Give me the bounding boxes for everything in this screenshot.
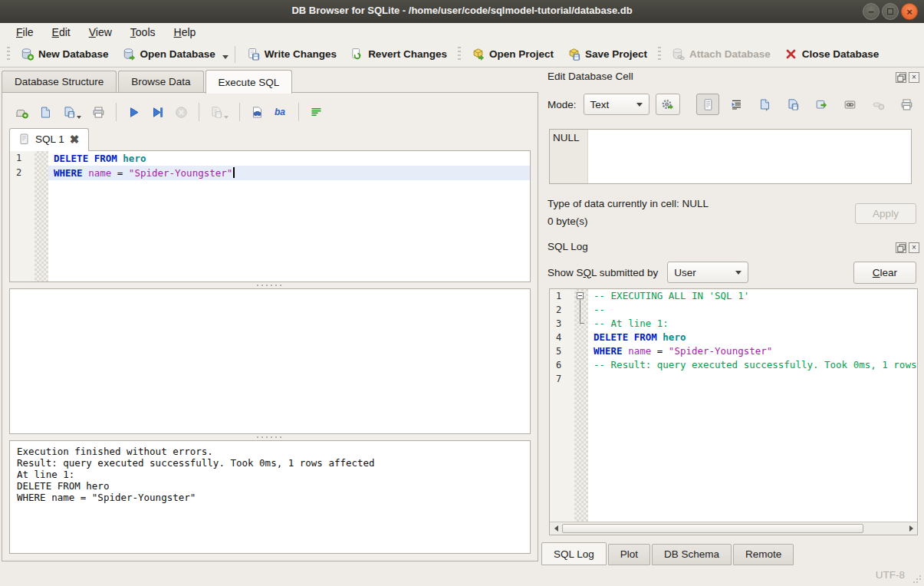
gear-icon xyxy=(661,98,674,111)
import-cell-data-button[interactable] xyxy=(753,94,776,115)
code-text: DELETE FROM hero xyxy=(588,331,917,344)
code-text: -- At line 1: xyxy=(588,317,917,331)
mode-select[interactable]: Text xyxy=(584,94,649,115)
save-file-icon xyxy=(63,106,76,119)
editor-line[interactable]: 1DELETE FROM hero xyxy=(10,151,530,166)
text-mode-button[interactable] xyxy=(696,94,719,115)
tab-db-schema[interactable]: DB Schema xyxy=(652,544,732,565)
word-wrap-button[interactable] xyxy=(310,106,323,119)
auto-format-button[interactable]: ba xyxy=(275,106,288,119)
write-changes-button[interactable]: Write Changes xyxy=(240,44,344,64)
tab-database-structure[interactable]: Database Structure xyxy=(2,71,117,93)
print-icon xyxy=(900,98,913,111)
tab-sql-log[interactable]: SQL Log xyxy=(541,542,607,565)
export-cell-data-button[interactable] xyxy=(781,94,804,115)
execution-message-pane[interactable]: Execution finished without errors. Resul… xyxy=(9,440,531,554)
close-button[interactable]: × xyxy=(901,3,918,20)
open-url-button[interactable] xyxy=(838,94,861,115)
find-replace-button[interactable] xyxy=(251,106,264,119)
save-project-icon xyxy=(567,48,580,61)
log-line[interactable]: 4DELETE FROM hero xyxy=(550,331,917,344)
tab-plot[interactable]: Plot xyxy=(608,544,650,565)
toolbar-separator xyxy=(235,46,235,63)
log-horizontal-scrollbar[interactable] xyxy=(550,522,917,535)
code-text: -- xyxy=(588,303,917,317)
set-null-button xyxy=(866,94,889,115)
mode-label: Mode: xyxy=(547,99,577,110)
open-database-dropdown-caret[interactable] xyxy=(222,55,229,59)
open-sql-file-button[interactable] xyxy=(39,106,52,119)
log-line[interactable]: 7 xyxy=(550,372,917,386)
tab-browse-data[interactable]: Browse Data xyxy=(118,71,203,93)
open-database-button[interactable]: Open Database xyxy=(116,44,222,64)
minimize-button[interactable]: − xyxy=(863,3,880,20)
log-line[interactable]: 6-- Result: query executed successfully.… xyxy=(550,358,917,372)
sql-editor[interactable]: 1DELETE FROM hero2WHERE name = "Spider-Y… xyxy=(9,150,531,282)
arrow-left-icon xyxy=(554,525,558,532)
toolbar-drag-handle[interactable] xyxy=(658,47,661,62)
line-number: 6 xyxy=(550,358,574,372)
scroll-right-button[interactable] xyxy=(905,523,917,535)
menu-help[interactable]: Help xyxy=(166,25,205,40)
save-cell-icon xyxy=(787,98,800,111)
toolbar-drag-handle[interactable] xyxy=(7,47,10,62)
clear-log-button[interactable]: Clear xyxy=(853,262,916,284)
close-database-button[interactable]: Close Database xyxy=(778,44,886,64)
close-panel-button[interactable]: × xyxy=(909,242,919,253)
line-number: 2 xyxy=(10,166,35,180)
execute-sql-button[interactable] xyxy=(127,106,140,119)
scroll-left-button[interactable] xyxy=(550,523,562,535)
resize-grip[interactable] xyxy=(919,581,921,583)
pane-splitter[interactable] xyxy=(9,282,531,288)
attach-database-label: Attach Database xyxy=(689,48,771,60)
log-line[interactable]: 3-- At line 1: xyxy=(550,317,917,331)
save-dropdown-caret[interactable] xyxy=(77,116,81,119)
new-sql-tab-button[interactable] xyxy=(15,106,28,119)
open-project-button[interactable]: Open Project xyxy=(465,44,561,64)
print-sql-button[interactable] xyxy=(92,106,105,119)
close-panel-button[interactable]: × xyxy=(909,72,919,83)
fold-toggle-icon[interactable] xyxy=(574,289,588,303)
new-database-button[interactable]: New Database xyxy=(14,44,116,64)
open-in-external-button[interactable] xyxy=(810,94,833,115)
sql-document-tab[interactable]: SQL 1 ✖ xyxy=(9,128,89,151)
log-line[interactable]: 5WHERE name = "Spider-Youngster" xyxy=(550,344,917,358)
editor-line[interactable]: 2WHERE name = "Spider-Youngster" xyxy=(10,166,530,180)
maximize-button[interactable] xyxy=(882,3,899,20)
title-bar[interactable]: DB Browser for SQLite - /home/user/code/… xyxy=(0,0,924,24)
menu-view[interactable]: View xyxy=(81,25,120,40)
tab-execute-sql[interactable]: Execute SQL xyxy=(206,70,293,94)
float-panel-button[interactable] xyxy=(896,242,906,253)
pane-splitter[interactable] xyxy=(9,434,531,440)
open-file-icon xyxy=(39,106,52,119)
menu-tools[interactable]: Tools xyxy=(122,25,164,40)
auto-mode-button[interactable] xyxy=(656,94,680,115)
print-icon xyxy=(92,106,105,119)
line-number: 3 xyxy=(550,317,574,331)
float-panel-button[interactable] xyxy=(896,72,906,83)
tab-remote[interactable]: Remote xyxy=(733,544,794,565)
log-filter-select[interactable]: User xyxy=(667,262,748,283)
sql-log-view[interactable]: 1-- EXECUTING ALL IN 'SQL 1'2--3-- At li… xyxy=(549,288,918,535)
cell-value-editor[interactable]: NULL xyxy=(549,129,912,184)
word-wrap-cell-button[interactable] xyxy=(725,94,748,115)
print-cell-button[interactable] xyxy=(895,94,918,115)
toolbar-drag-handle[interactable] xyxy=(458,47,461,62)
import-file-icon xyxy=(758,98,771,111)
menu-edit[interactable]: Edit xyxy=(44,25,79,40)
sql-log-panel-title: SQL Log xyxy=(547,241,588,252)
save-project-button[interactable]: Save Project xyxy=(561,44,654,64)
log-line[interactable]: 2-- xyxy=(550,303,917,317)
scrollbar-thumb[interactable] xyxy=(562,524,863,533)
query-results-pane[interactable] xyxy=(9,288,531,434)
menu-bar: File Edit View Tools Help xyxy=(0,23,924,41)
menu-file[interactable]: File xyxy=(8,25,42,40)
execute-current-line-button[interactable] xyxy=(151,106,164,119)
revert-changes-button[interactable]: Revert Changes xyxy=(344,44,454,64)
encoding-indicator: UTF-8 xyxy=(876,569,905,581)
save-sql-file-button[interactable] xyxy=(63,106,81,119)
format-icon: ba xyxy=(275,106,288,119)
scrollbar-track[interactable] xyxy=(562,523,905,535)
close-sql-tab-icon[interactable]: ✖ xyxy=(70,135,80,144)
log-line[interactable]: 1-- EXECUTING ALL IN 'SQL 1' xyxy=(550,289,917,303)
